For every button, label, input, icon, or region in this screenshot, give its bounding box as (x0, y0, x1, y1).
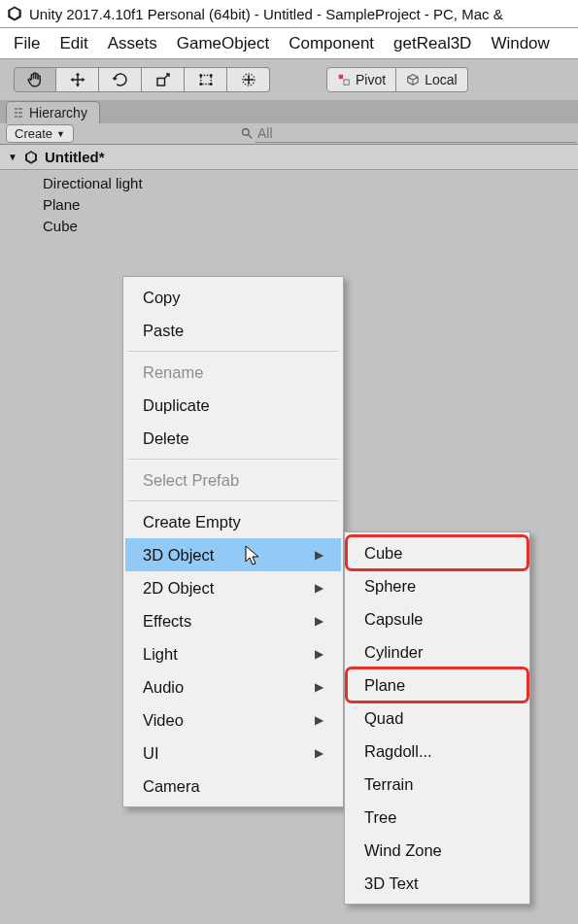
hierarchy-search (241, 125, 576, 143)
pivot-label: Pivot (356, 72, 386, 87)
panel-tab-row: Hierarchy (0, 100, 578, 123)
ctx-separator (127, 351, 339, 352)
window-title: Unity 2017.4.10f1 Personal (64bit) - Unt… (29, 6, 503, 22)
ctx-ui[interactable]: UI▶ (125, 736, 341, 770)
hierarchy-tab-label: Hierarchy (29, 105, 87, 120)
svg-point-3 (199, 83, 202, 86)
toolbar: Pivot Local (0, 59, 578, 100)
menu-edit[interactable]: Edit (50, 30, 97, 57)
sub-plane[interactable]: Plane (347, 668, 527, 702)
submenu-arrow-icon: ▶ (315, 647, 323, 661)
svg-rect-7 (344, 80, 349, 85)
hierarchy-icon (13, 107, 24, 119)
ctx-create-empty[interactable]: Create Empty (125, 505, 341, 538)
svg-rect-0 (200, 76, 211, 85)
hierarchy-item[interactable]: Directional light (43, 173, 578, 194)
scale-tool-button[interactable] (142, 67, 185, 92)
hierarchy-toolbar: Create ▼ (0, 123, 578, 145)
local-icon (406, 73, 420, 86)
hierarchy-context-menu: Copy Paste Rename Duplicate Delete Selec… (122, 276, 344, 807)
unity-logo-icon (6, 5, 23, 22)
menu-component[interactable]: Component (279, 30, 384, 57)
scene-header[interactable]: ▼ Untitled* (0, 145, 578, 170)
ctx-3d-object[interactable]: 3D Object▶ (125, 538, 341, 571)
window-titlebar: Unity 2017.4.10f1 Personal (64bit) - Unt… (0, 0, 578, 28)
dropdown-triangle-icon: ▼ (56, 129, 65, 139)
submenu-arrow-icon: ▶ (315, 680, 323, 694)
ctx-copy[interactable]: Copy (125, 281, 341, 314)
search-icon (241, 127, 254, 140)
sub-terrain[interactable]: Terrain (347, 768, 527, 801)
unity-scene-icon (23, 150, 39, 165)
hierarchy-item[interactable]: Plane (43, 194, 578, 216)
menubar: File Edit Assets GameObject Component ge… (0, 28, 578, 59)
local-label: Local (425, 72, 457, 87)
create-label: Create (15, 126, 52, 141)
sub-capsule[interactable]: Capsule (347, 602, 527, 635)
submenu-arrow-icon: ▶ (315, 614, 323, 628)
menu-gameobject[interactable]: GameObject (167, 30, 279, 57)
menu-assets[interactable]: Assets (98, 30, 167, 57)
menu-file[interactable]: File (4, 30, 50, 57)
local-toggle[interactable]: Local (396, 67, 467, 92)
ctx-separator (127, 500, 339, 501)
sub-sphere[interactable]: Sphere (347, 569, 527, 602)
svg-point-4 (209, 83, 212, 86)
svg-point-1 (199, 74, 202, 77)
ctx-effects[interactable]: Effects▶ (125, 604, 341, 637)
sub-quad[interactable]: Quad (347, 702, 527, 735)
ctx-audio[interactable]: Audio▶ (125, 670, 341, 703)
sub-ragdoll[interactable]: Ragdoll... (347, 735, 527, 768)
ctx-duplicate[interactable]: Duplicate (125, 389, 341, 422)
submenu-arrow-icon: ▶ (315, 581, 323, 595)
create-dropdown[interactable]: Create ▼ (6, 124, 74, 143)
transform-tool-button[interactable] (227, 67, 270, 92)
submenu-arrow-icon: ▶ (315, 548, 323, 562)
svg-point-2 (209, 74, 212, 77)
scene-name: Untitled* (45, 149, 105, 165)
sub-tree[interactable]: Tree (347, 801, 527, 834)
svg-line-9 (248, 134, 252, 138)
pivot-local-group: Pivot Local (326, 67, 468, 92)
ctx-separator (127, 459, 339, 460)
sub-cylinder[interactable]: Cylinder (347, 635, 527, 668)
sub-3d-text[interactable]: 3D Text (347, 867, 527, 900)
ctx-paste[interactable]: Paste (125, 314, 341, 347)
hierarchy-item[interactable]: Cube (43, 216, 578, 237)
pivot-icon (337, 73, 351, 86)
ctx-rename: Rename (125, 356, 341, 389)
move-tool-button[interactable] (56, 67, 99, 92)
foldout-triangle-icon[interactable]: ▼ (8, 152, 17, 162)
ctx-2d-object[interactable]: 2D Object▶ (125, 571, 341, 604)
3d-object-submenu: Cube Sphere Capsule Cylinder Plane Quad … (344, 531, 530, 905)
ctx-light[interactable]: Light▶ (125, 637, 341, 670)
menu-window[interactable]: Window (481, 30, 559, 57)
submenu-arrow-icon: ▶ (315, 713, 323, 727)
search-input[interactable] (255, 125, 576, 143)
sub-cube[interactable]: Cube (347, 536, 527, 569)
menu-getreal3d[interactable]: getReal3D (384, 30, 481, 57)
rect-tool-button[interactable] (185, 67, 227, 92)
ctx-select-prefab: Select Prefab (125, 463, 341, 496)
hierarchy-list: Directional light Plane Cube (0, 170, 578, 237)
hierarchy-tab[interactable]: Hierarchy (6, 101, 100, 123)
transform-tool-group (14, 67, 270, 92)
submenu-arrow-icon: ▶ (315, 746, 323, 760)
ctx-delete[interactable]: Delete (125, 422, 341, 455)
ctx-video[interactable]: Video▶ (125, 703, 341, 736)
sub-wind-zone[interactable]: Wind Zone (347, 834, 527, 867)
svg-point-8 (243, 129, 250, 136)
rotate-tool-button[interactable] (99, 67, 142, 92)
hand-tool-button[interactable] (14, 67, 56, 92)
ctx-camera[interactable]: Camera (125, 770, 341, 803)
pivot-toggle[interactable]: Pivot (326, 67, 396, 92)
svg-rect-6 (339, 75, 343, 79)
